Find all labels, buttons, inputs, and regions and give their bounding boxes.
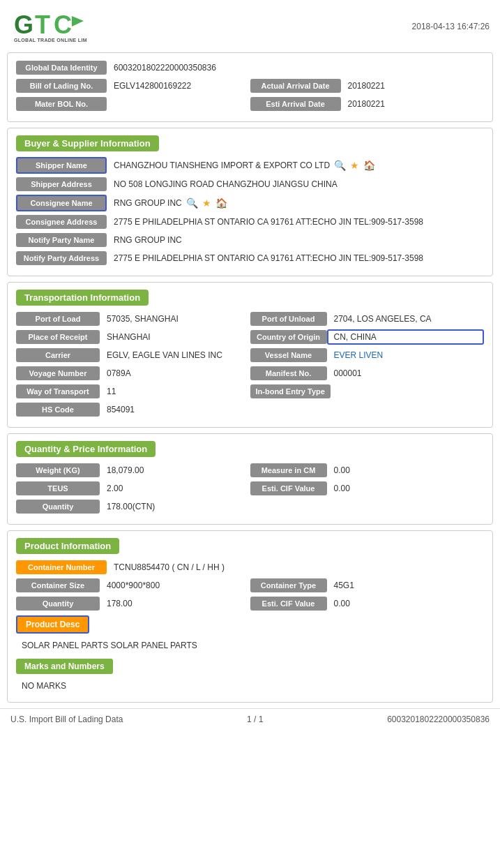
shipper-star-icon[interactable]: ★ bbox=[350, 160, 359, 171]
footer-right: 60032018022200003508​36 bbox=[387, 714, 490, 724]
buyer-supplier-header: Buyer & Supplier Information bbox=[16, 135, 484, 151]
notify-party-name-label: Notify Party Name bbox=[16, 233, 107, 247]
carrier-label: Carrier bbox=[16, 348, 100, 362]
actual-arrival-label: Actual Arrival Date bbox=[250, 79, 341, 93]
product-desc-value: SOLAR PANEL PARTS SOLAR PANEL PARTS bbox=[16, 638, 484, 656]
bol-left: Bill of Lading No. EGLV142800169222 bbox=[16, 78, 250, 93]
shipper-address-label: Shipper Address bbox=[16, 177, 107, 191]
inbond-entry-label: In-bond Entry Type bbox=[250, 384, 331, 398]
svg-text:G: G bbox=[14, 10, 33, 39]
consignee-search-icon[interactable]: 🔍 bbox=[186, 197, 198, 209]
svg-marker-3 bbox=[72, 16, 84, 27]
prod-esti-cif-label: Esti. CIF Value bbox=[250, 597, 327, 611]
weight-label: Weight (KG) bbox=[16, 463, 100, 477]
country-origin-pair: Country of Origin CN, CHINA bbox=[250, 329, 485, 345]
mater-bol-row: Mater BOL No. Esti Arrival Date 20180221 bbox=[16, 96, 484, 112]
marks-numbers-value: NO MARKS bbox=[16, 678, 484, 695]
place-of-receipt-value: SHANGHAI bbox=[100, 329, 250, 345]
buyer-supplier-title: Buyer & Supplier Information bbox=[16, 135, 159, 151]
vessel-name-label: Vessel Name bbox=[250, 348, 327, 362]
country-of-origin-value: CN, CHINA bbox=[327, 329, 485, 345]
vessel-name-value: EVER LIVEN bbox=[327, 347, 485, 363]
timestamp: 2018-04-13 16:47:26 bbox=[412, 22, 490, 31]
bol-row: Bill of Lading No. EGLV142800169222 Actu… bbox=[16, 78, 484, 93]
container-number-label: Container Number bbox=[16, 560, 107, 574]
container-size-type-row: Container Size 4000*900*800 Container Ty… bbox=[16, 578, 484, 593]
bol-right: Actual Arrival Date 20180221 bbox=[250, 78, 485, 93]
product-info-title: Product Information bbox=[16, 538, 119, 554]
country-of-origin-label: Country of Origin bbox=[250, 330, 327, 344]
actual-arrival-value: 20180221 bbox=[341, 78, 485, 93]
product-desc-container: Product Desc bbox=[16, 615, 484, 636]
shipper-name-value: CHANGZHOU TIANSHENG IMPORT & EXPORT CO L… bbox=[107, 157, 484, 174]
teus-value: 2.00 bbox=[100, 481, 250, 496]
esti-cif-pair: Esti. CIF Value 0.00 bbox=[250, 481, 485, 496]
way-inbond-row: Way of Transport 11 In-bond Entry Type bbox=[16, 384, 484, 399]
way-of-transport-value: 11 bbox=[100, 384, 250, 399]
product-info-header: Product Information bbox=[16, 538, 484, 554]
global-id-row: Global Data Identity 6003201802220000350… bbox=[16, 60, 484, 75]
shipper-name-text: CHANGZHOU TIANSHENG IMPORT & EXPORT CO L… bbox=[114, 160, 330, 170]
consignee-address-label: Consignee Address bbox=[16, 215, 107, 229]
inbond-pair: In-bond Entry Type bbox=[250, 384, 485, 398]
quantity-label: Quantity bbox=[16, 500, 100, 514]
consignee-name-label: Consignee Name bbox=[16, 195, 107, 211]
bill-of-lading-label: Bill of Lading No. bbox=[16, 79, 107, 93]
container-type-label: Container Type bbox=[250, 578, 327, 592]
prod-qty-cif-row: Quantity 178.00 Esti. CIF Value 0.00 bbox=[16, 596, 484, 611]
port-load-unload-row: Port of Load 57035, SHANGHAI Port of Unl… bbox=[16, 311, 484, 327]
consignee-address-value: 2775 E PHILADELPHIA ST ONTARIO CA 91761 … bbox=[107, 214, 484, 230]
container-size-pair: Container Size 4000*900*800 bbox=[16, 578, 250, 593]
bill-of-lading-value: EGLV142800169222 bbox=[107, 78, 250, 93]
consignee-name-row: Consignee Name RNG GROUP INC 🔍 ★ 🏠 bbox=[16, 195, 484, 211]
container-type-pair: Container Type 45G1 bbox=[250, 578, 485, 593]
consignee-address-row: Consignee Address 2775 E PHILADELPHIA ST… bbox=[16, 214, 484, 230]
teus-pair: TEUS 2.00 bbox=[16, 481, 250, 496]
consignee-name-value: RNG GROUP INC 🔍 ★ 🏠 bbox=[107, 195, 484, 211]
footer-bar: U.S. Import Bill of Lading Data 1 / 1 60… bbox=[0, 708, 500, 730]
container-size-value: 4000*900*800 bbox=[100, 578, 250, 593]
measure-label: Measure in CM bbox=[250, 463, 327, 477]
measure-pair: Measure in CM 0.00 bbox=[250, 463, 485, 478]
top-info-card: Global Data Identity 6003201802220000350… bbox=[7, 52, 493, 122]
place-of-receipt-label: Place of Receipt bbox=[16, 330, 100, 344]
mater-bol-label: Mater BOL No. bbox=[16, 97, 107, 111]
weight-measure-row: Weight (KG) 18,079.00 Measure in CM 0.00 bbox=[16, 463, 484, 478]
marks-numbers-container: Marks and Numbers bbox=[16, 659, 484, 677]
place-receipt-country-row: Place of Receipt SHANGHAI Country of Ori… bbox=[16, 329, 484, 345]
mater-bol-value bbox=[107, 101, 250, 107]
consignee-home-icon[interactable]: 🏠 bbox=[215, 197, 227, 209]
shipper-search-icon[interactable]: 🔍 bbox=[334, 160, 346, 171]
teus-label: TEUS bbox=[16, 481, 100, 495]
shipper-home-icon[interactable]: 🏠 bbox=[363, 160, 375, 171]
quantity-price-card: Quantity & Price Information Weight (KG)… bbox=[7, 433, 493, 525]
prod-cif-pair: Esti. CIF Value 0.00 bbox=[250, 596, 485, 611]
consignee-star-icon[interactable]: ★ bbox=[202, 197, 211, 209]
transportation-header: Transportation Information bbox=[16, 290, 484, 306]
port-of-unload-value: 2704, LOS ANGELES, CA bbox=[327, 311, 485, 327]
prod-quantity-label: Quantity bbox=[16, 597, 100, 611]
inbond-entry-value bbox=[331, 389, 484, 394]
vessel-name-link[interactable]: EVER LIVEN bbox=[334, 350, 384, 360]
hs-code-label: HS Code bbox=[16, 403, 100, 417]
port-of-load-label: Port of Load bbox=[16, 312, 100, 326]
port-unload-pair: Port of Unload 2704, LOS ANGELES, CA bbox=[250, 311, 485, 327]
logo-gtc: G T C GLOBAL TRADE ONLINE LIMITED bbox=[10, 6, 87, 47]
container-type-value: 45G1 bbox=[327, 578, 485, 593]
product-info-card: Product Information Container Number TCN… bbox=[7, 530, 493, 703]
measure-value: 0.00 bbox=[327, 463, 485, 478]
page-header: G T C GLOBAL TRADE ONLINE LIMITED 2018-0… bbox=[0, 0, 500, 49]
quantity-price-header: Quantity & Price Information bbox=[16, 441, 484, 457]
esti-cif-label: Esti. CIF Value bbox=[250, 481, 327, 495]
notify-party-address-label: Notify Party Address bbox=[16, 251, 107, 265]
buyer-supplier-card: Buyer & Supplier Information Shipper Nam… bbox=[7, 128, 493, 276]
port-load-pair: Port of Load 57035, SHANGHAI bbox=[16, 311, 250, 327]
notify-party-name-row: Notify Party Name RNG GROUP INC bbox=[16, 232, 484, 248]
svg-text:C: C bbox=[54, 10, 72, 39]
notify-party-name-value: RNG GROUP INC bbox=[107, 232, 484, 248]
carrier-pair: Carrier EGLV, EAGLE VAN LINES INC bbox=[16, 347, 250, 363]
mater-bol-left: Mater BOL No. bbox=[16, 97, 250, 111]
marks-numbers-label: Marks and Numbers bbox=[16, 659, 113, 674]
shipper-address-row: Shipper Address NO 508 LONGJING ROAD CHA… bbox=[16, 177, 484, 192]
port-of-unload-label: Port of Unload bbox=[250, 312, 327, 326]
